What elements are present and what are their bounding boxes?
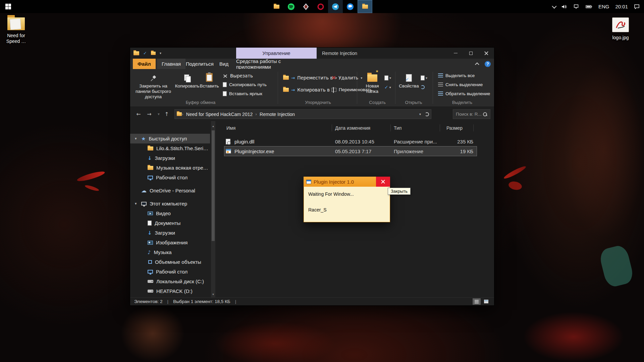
sidebar-item-documents[interactable]: Документы xyxy=(130,218,210,228)
select-all-button[interactable]: Выделить все xyxy=(438,73,475,78)
sidebar-item-lilo-stitch[interactable]: Lilo.&.Stitch.The.Series.108 xyxy=(130,143,210,153)
invert-selection-button[interactable]: Обратить выделение xyxy=(438,91,490,96)
desktop-icon-logo-jpg[interactable]: logo.jpg xyxy=(606,17,635,41)
maximize-button[interactable] xyxy=(463,48,479,59)
sidebar-item-3d-objects[interactable]: Объемные объекты xyxy=(130,257,210,267)
tab-share[interactable]: Поделиться xyxy=(181,59,218,69)
folder-icon xyxy=(148,166,153,170)
minimize-button[interactable] xyxy=(448,48,463,59)
start-button[interactable] xyxy=(0,0,16,13)
sidebar-item-this-pc[interactable]: ▾ Этот компьютер xyxy=(130,199,210,208)
battery-button[interactable] xyxy=(583,0,595,13)
clear-selection-button[interactable]: Снять выделение xyxy=(438,82,483,87)
sidebar-item-heatpack-d[interactable]: HEATPACK (D:) xyxy=(130,286,210,296)
sidebar-item-videos[interactable]: Видео xyxy=(130,208,210,218)
chevron-down-icon[interactable]: ▾ xyxy=(135,136,138,141)
sidebar-item-label: Загрузки xyxy=(155,155,175,161)
contextual-tab-manage[interactable]: Управление xyxy=(236,48,317,59)
sidebar-item-music[interactable]: ♪ Музыка xyxy=(130,247,210,257)
search-box[interactable] xyxy=(453,109,490,119)
sidebar-item-desktop[interactable]: Рабочий стол xyxy=(130,267,210,277)
speaker-icon xyxy=(561,4,568,9)
thumbnails-view-button[interactable] xyxy=(482,298,490,305)
search-icon[interactable] xyxy=(483,112,487,117)
telegram-icon xyxy=(332,3,339,10)
cut-button[interactable]: Вырезать xyxy=(223,73,253,78)
back-button[interactable]: ← xyxy=(134,110,143,118)
recent-locations-chevron[interactable]: ▾ xyxy=(154,110,163,118)
sidebar-scrollbar[interactable]: ▴ ▾ xyxy=(211,121,215,298)
taskbar-explorer-icon[interactable] xyxy=(358,0,372,13)
close-button[interactable] xyxy=(479,48,494,59)
delete-button[interactable]: ✕ Удалить ▾ xyxy=(331,75,362,80)
desktop-icon-label: Need for Speed … xyxy=(0,33,32,44)
column-header-size[interactable]: Размер xyxy=(446,123,463,132)
tab-view[interactable]: Вид xyxy=(215,59,233,69)
scroll-down-icon[interactable]: ▾ xyxy=(211,292,215,297)
tray-expand-chevron[interactable] xyxy=(550,0,558,13)
open-button[interactable]: ▾ xyxy=(421,74,427,81)
refresh-icon[interactable] xyxy=(425,112,429,116)
sidebar-item-downloads[interactable]: ↓ Загрузки xyxy=(130,228,210,238)
breadcrumb-current-folder[interactable]: Remote Injection xyxy=(257,110,298,119)
copy-to-button[interactable]: → Копировать в ▾ xyxy=(283,87,334,93)
help-icon[interactable]: ? xyxy=(485,61,491,67)
breadcrumb-parent-folder[interactable]: Need for Speed HackCam 2012 xyxy=(183,110,255,119)
taskbar-messenger-icon[interactable] xyxy=(343,0,358,13)
paste-shortcut-button[interactable]: Вставить ярлык xyxy=(223,91,262,96)
properties-button[interactable]: ✓ Свойства xyxy=(398,71,419,89)
taskbar-folder-icon[interactable] xyxy=(269,0,284,13)
sidebar-item-quick-access[interactable]: ▾ ★ Быстрый доступ xyxy=(130,134,210,143)
taskbar-spotify-icon[interactable] xyxy=(284,0,299,13)
window-system-icon[interactable] xyxy=(133,51,139,55)
column-header-name[interactable]: Имя xyxy=(226,123,235,132)
group-open-label: Открыть xyxy=(405,100,422,105)
chevron-down-icon[interactable]: ▾ xyxy=(135,201,138,206)
copy-button[interactable]: Копировать xyxy=(176,71,198,89)
collapse-ribbon-chevron[interactable] xyxy=(475,62,479,67)
action-center-button[interactable] xyxy=(632,0,642,13)
column-header-type[interactable]: Тип xyxy=(394,123,401,132)
tab-app-tools[interactable]: Средства работы с приложениями xyxy=(236,59,317,69)
volume-button[interactable] xyxy=(559,0,570,13)
paste-button[interactable]: Вставить xyxy=(199,71,219,89)
new-item-button[interactable]: ▾ xyxy=(384,74,391,81)
sidebar-item-local-disk-c[interactable]: Локальный диск (C:) xyxy=(130,277,210,286)
language-indicator[interactable]: ENG xyxy=(596,0,612,13)
address-bar[interactable]: › Need for Speed HackCam 2012 › Remote I… xyxy=(174,109,431,119)
file-row-plugininjector-exe[interactable]: PluginInjector.exe 05.05.2013 7:17 Прило… xyxy=(224,146,477,156)
tab-file[interactable]: Файл xyxy=(133,59,156,69)
move-to-button[interactable]: → Переместить в ▾ xyxy=(283,75,337,80)
easy-access-button[interactable]: ✓▾ xyxy=(384,84,391,90)
new-folder-button[interactable]: ✶ Новая папка xyxy=(362,71,383,94)
pin-to-quick-access-button[interactable]: Закрепить на панели быстрого доступа xyxy=(133,71,174,100)
history-button[interactable] xyxy=(421,84,425,90)
navigation-pane: ▾ ★ Быстрый доступ Lilo.&.Stitch.The.Ser… xyxy=(130,121,216,298)
network-button[interactable] xyxy=(571,0,582,13)
file-row-plugin-dll[interactable]: plugin.dll 08.09.2013 10:45 Расширение п… xyxy=(224,137,477,146)
sidebar-item-pictures[interactable]: Изображения xyxy=(130,238,210,247)
forward-button[interactable]: → xyxy=(145,110,154,118)
sidebar-item-desktop-qa[interactable]: Рабочий стол xyxy=(130,173,210,182)
up-button[interactable]: ↑ xyxy=(162,110,171,118)
injector-close-button[interactable] xyxy=(376,177,390,187)
qat-customize-chevron[interactable]: ▾ xyxy=(160,51,161,55)
search-input[interactable] xyxy=(456,112,483,117)
clock[interactable]: 20:01 xyxy=(613,0,630,13)
taskbar-operagx-icon[interactable] xyxy=(313,0,328,13)
scrollbar-thumb[interactable] xyxy=(212,130,215,241)
check-icon: ✓ xyxy=(143,51,147,56)
address-dropdown-chevron[interactable]: ▾ xyxy=(419,112,421,116)
scroll-up-icon[interactable]: ▴ xyxy=(211,124,215,128)
desktop-icon-need-for-speed[interactable]: Need for Speed … xyxy=(0,17,32,44)
sidebar-item-downloads-qa[interactable]: ↓ Загрузки xyxy=(130,153,210,163)
taskbar-game-icon[interactable] xyxy=(299,0,313,13)
details-view-button[interactable] xyxy=(473,298,481,305)
taskbar-telegram-icon[interactable] xyxy=(328,0,343,13)
sidebar-item-onedrive[interactable]: ☁ OneDrive - Personal xyxy=(130,186,210,195)
column-header-date[interactable]: Дата изменения xyxy=(335,123,370,132)
qat-new-folder-button[interactable] xyxy=(151,52,156,55)
copy-path-button[interactable]: Скопировать путь xyxy=(223,82,267,87)
qat-properties-button[interactable]: ✓ xyxy=(143,51,147,56)
sidebar-item-music-folder[interactable]: Музыка всякая отредакти xyxy=(130,163,210,173)
